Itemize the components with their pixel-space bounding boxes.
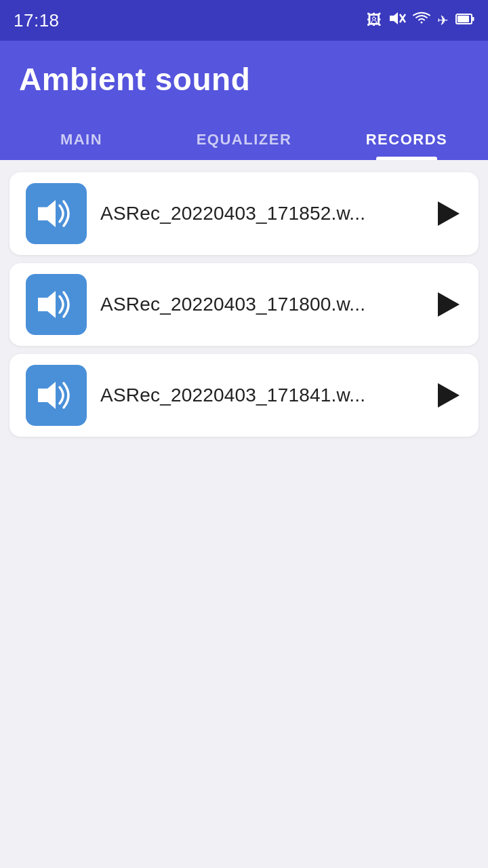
record-icon-2 (26, 274, 87, 335)
status-bar: 17:18 🖼 ✈ (0, 0, 488, 41)
play-triangle-icon-1 (438, 201, 460, 226)
page-title: Ambient sound (19, 61, 469, 98)
app-header: Ambient sound (0, 41, 488, 111)
record-filename-1: ASRec_20220403_171852.w... (100, 203, 422, 224)
airplane-icon: ✈ (437, 12, 449, 28)
records-list: ASRec_20220403_171852.w... ASRec_2022040… (0, 160, 488, 838)
svg-rect-5 (472, 17, 474, 21)
play-triangle-icon-3 (438, 383, 460, 408)
svg-rect-4 (458, 16, 469, 22)
volume-mute-icon (388, 11, 406, 30)
tab-main[interactable]: MAIN (0, 119, 163, 160)
battery-icon (455, 13, 474, 28)
speaker-icon-2 (35, 287, 77, 322)
status-time: 17:18 (14, 10, 60, 31)
tab-records[interactable]: RECORDS (325, 119, 488, 160)
play-button-3[interactable] (435, 382, 462, 409)
play-triangle-icon-2 (438, 292, 460, 317)
image-icon: 🖼 (367, 12, 382, 29)
svg-marker-9 (38, 382, 56, 409)
record-item-1[interactable]: ASRec_20220403_171852.w... (9, 172, 479, 255)
tab-equalizer[interactable]: EQUALIZER (163, 119, 325, 160)
play-button-1[interactable] (435, 200, 462, 227)
record-item-2[interactable]: ASRec_20220403_171800.w... (9, 263, 479, 346)
svg-marker-8 (38, 291, 56, 318)
svg-marker-6 (38, 200, 56, 227)
play-button-2[interactable] (435, 291, 462, 318)
status-icons: 🖼 ✈ (367, 11, 474, 30)
record-icon-3 (26, 365, 87, 426)
record-item-3[interactable]: ASRec_20220403_171841.w... (9, 354, 479, 437)
wifi-icon (413, 11, 430, 30)
record-filename-2: ASRec_20220403_171800.w... (100, 294, 422, 315)
speaker-icon-3 (35, 378, 77, 413)
record-icon-1 (26, 183, 87, 244)
record-filename-3: ASRec_20220403_171841.w... (100, 384, 422, 406)
svg-marker-0 (390, 12, 398, 24)
speaker-icon-1 (35, 196, 77, 231)
tab-bar: MAIN EQUALIZER RECORDS (0, 111, 488, 160)
